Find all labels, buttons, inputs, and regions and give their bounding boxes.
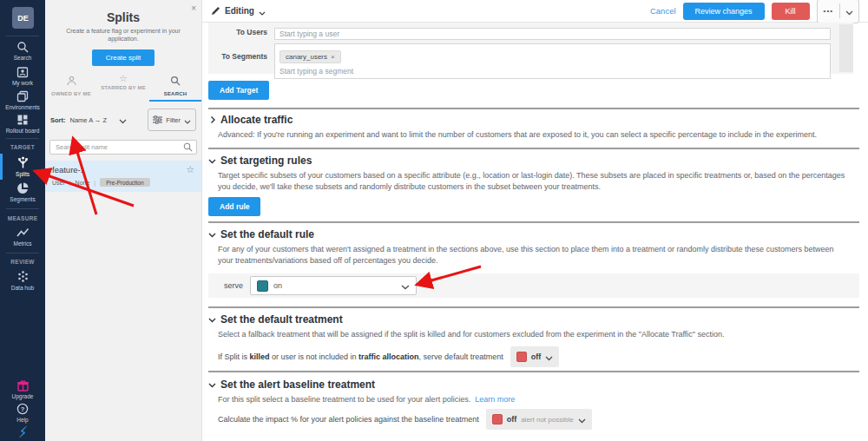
sidebar-item-data-hub[interactable]: Data hub (0, 270, 45, 291)
sidebar-item-my-work[interactable]: My work (0, 66, 45, 86)
segments-pie-icon (16, 182, 29, 194)
chart-line-icon (16, 227, 30, 239)
allocate-traffic-header[interactable]: Allocate traffic (208, 114, 859, 126)
sliders-icon (153, 112, 162, 128)
serve-treatment-value: on (273, 281, 282, 290)
add-rule-button[interactable]: Add rule (208, 197, 260, 216)
chevron-down-icon (578, 411, 586, 427)
chevron-right-icon (207, 116, 219, 124)
section-divider (208, 371, 859, 372)
treatment-color-swatch-off (492, 414, 503, 425)
section-divider (208, 306, 859, 308)
to-users-input[interactable] (274, 28, 831, 40)
targeting-rules-header[interactable]: Set targeting rules (208, 155, 859, 167)
section-divider (208, 148, 859, 149)
section-title: Set the default treatment (220, 313, 343, 326)
section-allocate-traffic: Allocate traffic Advanced: If you're run… (208, 114, 859, 141)
search-icon (16, 41, 29, 53)
alert-baseline-dropdown[interactable]: off alert not possible (486, 409, 592, 430)
chevron-down-icon (208, 313, 216, 326)
learn-more-link[interactable]: Learn more (475, 395, 515, 404)
sidebar-item-upgrade[interactable]: Upgrade (0, 379, 45, 399)
serve-label: serve (224, 281, 243, 290)
section-divider (208, 221, 859, 223)
create-split-button[interactable]: Create split (92, 49, 155, 66)
chevron-down-icon (208, 228, 216, 240)
default-treatment-header[interactable]: Set the default treatment (208, 313, 859, 326)
alert-baseline-sentence: Calculate the impact % for your alert po… (218, 415, 479, 424)
default-treatment-value: off (531, 352, 542, 361)
cancel-button[interactable]: Cancel (650, 6, 676, 16)
serve-treatment-dropdown[interactable]: on (250, 276, 417, 295)
sidebar-item-segments[interactable]: Segments (0, 182, 45, 202)
alert-baseline-header[interactable]: Set the alert baseline treatment (208, 378, 859, 391)
remove-chip-icon[interactable]: × (331, 53, 335, 61)
badge-icon (16, 66, 29, 78)
more-menu[interactable]: ••• (817, 0, 859, 23)
default-treatment-dropdown[interactable]: off (510, 346, 560, 367)
sidebar-item-search[interactable]: Search (0, 41, 45, 61)
chevron-down-icon[interactable] (840, 0, 858, 23)
nav-section-target: TARGET (0, 144, 45, 150)
sidebar-item-rollout-board[interactable]: Rollout board (0, 114, 45, 134)
chevron-down-icon[interactable] (259, 3, 266, 19)
default-treatment-sentence: If Split is killed or user is not includ… (218, 352, 503, 361)
question-circle-icon: ? (16, 403, 29, 415)
sidebar-item-help[interactable]: ? Help (0, 403, 45, 423)
to-segments-input[interactable]: canary_users × Start typing a segment (274, 43, 831, 79)
chevron-down-icon (208, 155, 216, 167)
panel-subtitle: Create a feature flag or experiment in y… (45, 27, 201, 43)
split-search-input[interactable] (49, 140, 197, 155)
gift-icon (16, 379, 30, 392)
star-icon[interactable]: ☆ (186, 164, 194, 175)
panel-tabs: OWNED BY ME ☆ STARRED BY ME SEARCH (45, 74, 201, 102)
section-description: Target specific subsets of your customer… (208, 170, 851, 193)
chevron-down-icon (208, 378, 216, 391)
star-icon: ☆ (119, 74, 128, 83)
grid-icon (16, 114, 29, 126)
tab-search[interactable]: SEARCH (149, 74, 201, 102)
dots-cluster-icon (16, 270, 30, 283)
treatment-color-swatch-off (516, 352, 527, 362)
split-logo-icon[interactable] (0, 425, 45, 439)
nav-section-review: REVIEW (0, 259, 45, 265)
split-name[interactable]: feature-1 (52, 165, 194, 174)
more-dots-icon[interactable]: ••• (818, 3, 840, 18)
chevron-down-icon (545, 349, 553, 365)
review-changes-button[interactable]: Review changes (683, 3, 765, 20)
alert-baseline-row: Calculate the impact % for your alert po… (218, 409, 592, 430)
alert-baseline-value: off (507, 415, 517, 424)
close-icon[interactable]: × (191, 3, 196, 13)
divider (6, 253, 39, 253)
filter-button[interactable]: Filter (148, 109, 196, 131)
alert-baseline-note: alert not possible (521, 416, 573, 424)
sidebar-item-environments[interactable]: Environments (0, 90, 45, 110)
tag-separator: | (69, 180, 71, 186)
sidebar-item-metrics[interactable]: Metrics (0, 227, 45, 247)
add-target-button[interactable]: Add Target (208, 81, 269, 100)
left-nav-sidebar: DE Search My work Environments Rollout b… (0, 0, 45, 441)
sidebar-item-splits[interactable]: Splits (0, 156, 45, 177)
nav-section-measure: MEASURE (0, 215, 45, 221)
layers-icon (16, 90, 29, 102)
tab-starred-by-me[interactable]: ☆ STARRED BY ME (97, 74, 149, 102)
section-title: Allocate traffic (220, 114, 293, 126)
edit-header: Editing Cancel Review changes Kill ••• (202, 0, 868, 23)
search-icon (170, 74, 181, 89)
chevron-down-icon[interactable] (119, 112, 127, 128)
segment-chip: canary_users × (279, 50, 341, 63)
search-icon[interactable] (183, 140, 193, 155)
section-default-rule: Set the default rule For any of your cus… (208, 228, 859, 267)
split-list-item-feature-1[interactable]: feature-1 ☆ User | None | Pre-Production (45, 161, 201, 192)
default-rule-header[interactable]: Set the default rule (208, 228, 859, 240)
avatar[interactable]: DE (12, 7, 34, 29)
kill-button[interactable]: Kill (772, 3, 810, 20)
section-divider (208, 108, 859, 109)
to-users-label: To Users (208, 24, 274, 40)
scrollbar[interactable] (839, 24, 853, 72)
sort-value[interactable]: Name A → Z (70, 116, 108, 124)
environment-tag: Pre-Production (100, 178, 149, 187)
section-default-treatment: Set the default treatment Select a fallb… (208, 313, 859, 340)
split-arrow-icon (16, 156, 30, 169)
tab-owned-by-me[interactable]: OWNED BY ME (45, 74, 97, 102)
